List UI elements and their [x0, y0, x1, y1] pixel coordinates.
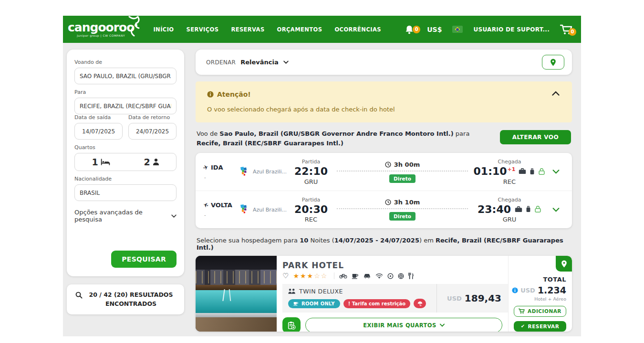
advanced-options-toggle[interactable]: Opções avançadas de pesquisa	[74, 209, 177, 223]
azul-airline-logo	[238, 166, 250, 178]
nationality-input[interactable]	[74, 184, 177, 201]
lifebuoy-icon	[398, 273, 404, 279]
nav-orcamentos[interactable]: ORÇAMENTOS	[277, 26, 322, 33]
rooms-label: Quartos	[74, 144, 177, 151]
car-icon	[363, 273, 371, 279]
departure-airport-code: GRU	[289, 178, 333, 185]
restriction-umbrella-icon[interactable]	[414, 299, 426, 308]
notifications-button[interactable]: 0	[404, 24, 416, 35]
cangooroo-logo[interactable]: cangooroo Juniper group | CW COMPANY	[68, 21, 134, 37]
azul-airline-logo	[238, 203, 250, 216]
route-dotted-line	[337, 171, 468, 172]
to-input[interactable]	[74, 98, 177, 114]
board-badge-label: ROOM ONLY	[301, 301, 335, 306]
departure-label: Partida	[289, 159, 333, 165]
flight-destination: Recife, Brazil (REC/SBRF Guararapes Intl…	[197, 140, 343, 147]
nav-reservas[interactable]: RESERVAS	[231, 26, 264, 33]
map-pin-icon	[561, 260, 567, 268]
nav-servicos[interactable]: SERVIÇOS	[187, 26, 219, 33]
guests-count: 2	[144, 157, 150, 167]
map-view-button[interactable]	[542, 55, 564, 70]
total-currency: USD	[520, 287, 535, 294]
favorite-heart-icon[interactable]: ♡	[282, 272, 289, 280]
warning-banner: Atenção! O voo selecionado chegará após …	[196, 81, 572, 122]
room-price-currency: USD	[447, 295, 462, 302]
hotel-section-intro: Selecione sua hospedagem para 10 Noites …	[197, 237, 571, 251]
rate-restriction-label: ! Tarifa com restrição	[348, 301, 405, 306]
brazil-flag-icon[interactable]	[452, 26, 463, 33]
arrival-label: Chegada	[472, 197, 547, 203]
cart-button[interactable]: 0	[560, 24, 572, 35]
briefcase-icon	[519, 168, 526, 175]
add-to-cart-button[interactable]: ADICIONAR	[514, 306, 566, 316]
chevron-up-icon[interactable]	[552, 91, 560, 96]
route-dotted-line	[337, 208, 468, 209]
two-guests-icon	[288, 288, 296, 294]
room-price: USD 189,43	[436, 284, 508, 313]
return-date-input[interactable]	[128, 123, 177, 140]
room-rate-row: TWIN DELUXE ROOM ONLY !	[282, 284, 508, 313]
notifications-count-badge: 0	[413, 26, 420, 33]
show-more-rooms-button[interactable]: EXIBIR MAIS QUARTOS	[305, 318, 502, 332]
warning-message: O voo selecionado chegará após a data de…	[207, 106, 561, 113]
chevron-down-icon	[440, 323, 445, 327]
search-button[interactable]: PESQUISAR	[111, 251, 177, 268]
map-pin-icon	[550, 59, 556, 66]
hotel-photo	[196, 256, 277, 332]
selected-flight-summary: Voo de Sao Paulo, Brazil (GRU/SBGR Gover…	[197, 129, 571, 148]
return-flight-row: ✈ VOLTA - Azul Brazili... Partida 20:30	[196, 191, 572, 228]
clock-icon	[385, 161, 391, 168]
user-menu[interactable]: USUARIO DE SUPORT...	[473, 26, 550, 33]
arrival-label: Chegada	[472, 159, 547, 165]
sort-dropdown[interactable]: Relevância	[240, 59, 289, 66]
lock-icon	[534, 205, 541, 213]
nav-ocorrencias[interactable]: OCORRÊNCIAS	[334, 26, 381, 33]
luggage-icon	[526, 205, 531, 213]
reserve-button[interactable]: ✔ RESERVAR	[514, 321, 566, 332]
departure-date-label: Data de saída	[74, 114, 123, 121]
plane-outbound-icon: ✈	[202, 163, 209, 172]
reserve-label: RESERVAR	[528, 323, 560, 329]
flight-duration: 3h 10m	[394, 199, 420, 206]
add-to-quote-button[interactable]	[282, 317, 301, 332]
warning-title: Atenção!	[217, 91, 251, 98]
rooms-guests-selector[interactable]: 1 2	[74, 153, 177, 171]
departure-time: 22:10	[289, 165, 333, 178]
total-label: TOTAL	[543, 276, 566, 283]
from-label: Voando de	[74, 59, 177, 65]
bicycle-icon	[339, 273, 347, 279]
advanced-options-label: Opções avançadas de pesquisa	[74, 209, 167, 223]
chevron-down-icon	[171, 214, 177, 218]
to-label: Para	[74, 89, 177, 95]
leg-direction-sub: -	[204, 212, 238, 218]
luggage-icon	[530, 168, 535, 175]
bed-icon	[101, 158, 110, 166]
search-panel: Voando de Para Data de saída Data de ret…	[67, 50, 184, 276]
departure-label: Partida	[289, 197, 333, 203]
nav-inicio[interactable]: INÍCIO	[153, 26, 174, 33]
plus-one-day: +1	[508, 166, 516, 172]
clock-icon	[385, 199, 391, 205]
app-window: cangooroo Juniper group | CW COMPANY INÍ…	[63, 16, 581, 336]
outbound-flight-row: ✈ IDA - Azul Brazili... Partida 22:10	[196, 153, 572, 191]
person-icon	[153, 158, 159, 166]
restaurant-icon	[408, 272, 414, 279]
results-count-text: 20 / 42 (20) RESULTADOS ENCONTRADOS	[86, 290, 176, 309]
change-flight-button[interactable]: ALTERAR VOO	[500, 130, 571, 144]
currency-selector[interactable]: US$	[427, 26, 442, 33]
info-icon[interactable]	[512, 287, 518, 293]
star-icon: ★	[293, 272, 299, 280]
departure-date-input[interactable]	[74, 123, 123, 140]
expand-flight-button[interactable]	[547, 170, 564, 174]
flight-summary-text: para	[454, 130, 470, 137]
expand-flight-button[interactable]	[547, 208, 564, 212]
arrival-time: 23:40	[478, 203, 511, 215]
show-on-map-button[interactable]	[556, 256, 572, 272]
room-name: TWIN DELUXE	[299, 288, 343, 295]
arrival-airport-code: REC	[472, 178, 547, 185]
direct-flight-badge: Direto	[389, 174, 415, 183]
arrival-time: 01:10	[474, 165, 507, 177]
top-navigation-bar: cangooroo Juniper group | CW COMPANY INÍ…	[63, 16, 581, 43]
hotel-result-card: PARK HOTEL ♡ ★★★☆☆	[196, 256, 572, 332]
from-input[interactable]	[74, 68, 177, 84]
